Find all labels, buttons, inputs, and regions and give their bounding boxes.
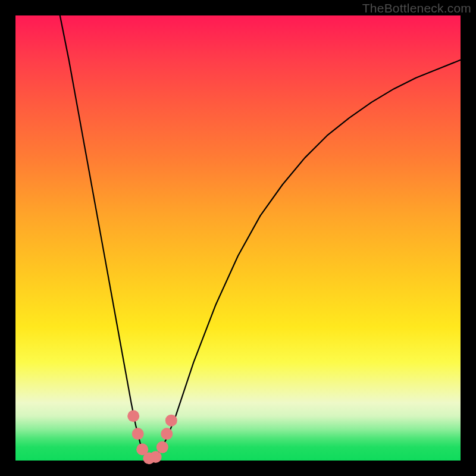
curve-marker (150, 451, 162, 463)
curve-markers (127, 410, 177, 464)
watermark-text: TheBottleneck.com (362, 1, 471, 15)
curve-marker (132, 428, 144, 440)
curve-path (60, 15, 461, 458)
curve-marker (127, 410, 139, 422)
curve-marker (156, 441, 168, 453)
curve-marker (165, 415, 177, 427)
chart-frame: TheBottleneck.com (0, 0, 476, 476)
bottleneck-curve (15, 15, 461, 461)
plot-area (15, 15, 461, 461)
curve-marker (161, 428, 173, 440)
